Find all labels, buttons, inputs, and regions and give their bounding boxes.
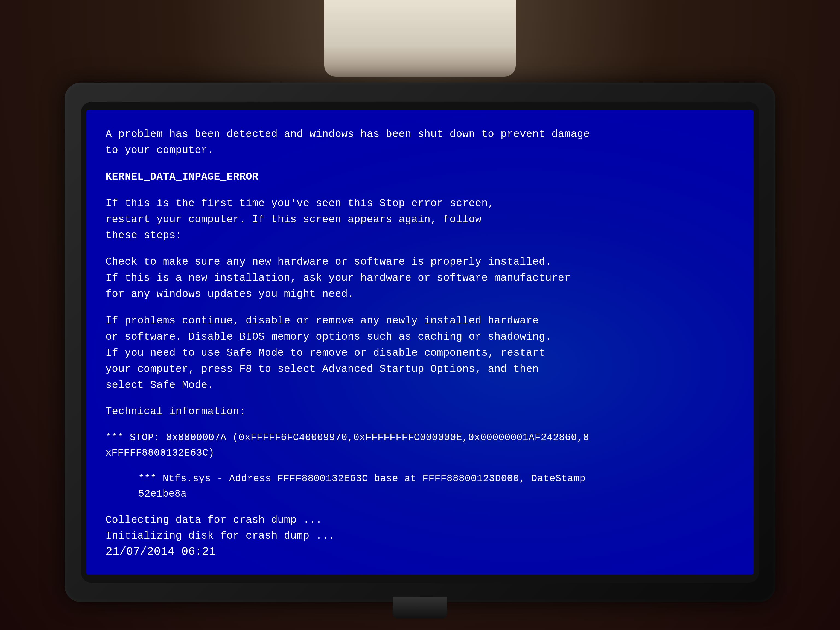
bsod-line2: to your computer.: [106, 142, 734, 159]
spacer7: [106, 461, 734, 471]
spacer2: [106, 185, 734, 196]
stop-line1: *** STOP: 0x0000007A (0xFFFFF6FC40009970…: [106, 430, 734, 445]
timestamp: 21/07/2014 06:21: [106, 545, 216, 558]
para1-line2: restart your computer. If this screen ap…: [106, 212, 734, 228]
para2-line2: If this is a new installation, ask your …: [106, 270, 734, 286]
ntfs-line1: *** Ntfs.sys - Address FFFF8800132E63C b…: [106, 471, 734, 486]
monitor-stand: [393, 597, 447, 619]
collecting-line2: Initializing disk for crash dump ...: [106, 528, 734, 544]
spacer5: [106, 393, 734, 404]
para2-line3: for any windows updates you might need.: [106, 286, 734, 302]
para1-line1: If this is the first time you've seen th…: [106, 196, 734, 212]
monitor-bezel: A problem has been detected and windows …: [81, 102, 759, 583]
spacer4: [106, 302, 734, 313]
para3-line4: your computer, press F8 to select Advanc…: [106, 361, 734, 377]
ntfs-line2: 52e1be8a: [106, 486, 734, 502]
para1-line3: these steps:: [106, 227, 734, 244]
para2-line1: Check to make sure any new hardware or s…: [106, 254, 734, 270]
para3-line1: If problems continue, disable or remove …: [106, 313, 734, 329]
monitor-outer: A problem has been detected and windows …: [65, 82, 775, 602]
spacer6: [106, 420, 734, 430]
collecting-line1: Collecting data for crash dump ...: [106, 512, 734, 528]
bsod-line1: A problem has been detected and windows …: [106, 126, 734, 142]
bsod-content: A problem has been detected and windows …: [87, 110, 753, 575]
para3-line5: select Safe Mode.: [106, 377, 734, 393]
stop-line2: xFFFFF8800132E63C): [106, 445, 734, 461]
spacer1: [106, 159, 734, 169]
error-code: KERNEL_DATA_INPAGE_ERROR: [106, 169, 734, 185]
para3-line3: If you need to use Safe Mode to remove o…: [106, 345, 734, 361]
spacer8: [106, 502, 734, 512]
para3-line2: or software. Disable BIOS memory options…: [106, 329, 734, 345]
bsod-screen: A problem has been detected and windows …: [87, 110, 753, 575]
ceiling: [324, 0, 516, 77]
spacer3: [106, 244, 734, 254]
technical-label: Technical information:: [106, 404, 734, 420]
